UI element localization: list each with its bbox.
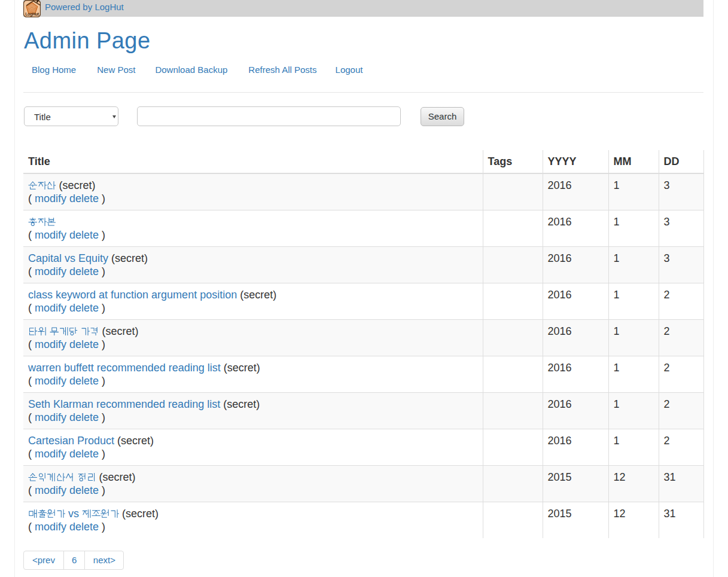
svg-text:LogHut: LogHut [25, 12, 39, 17]
